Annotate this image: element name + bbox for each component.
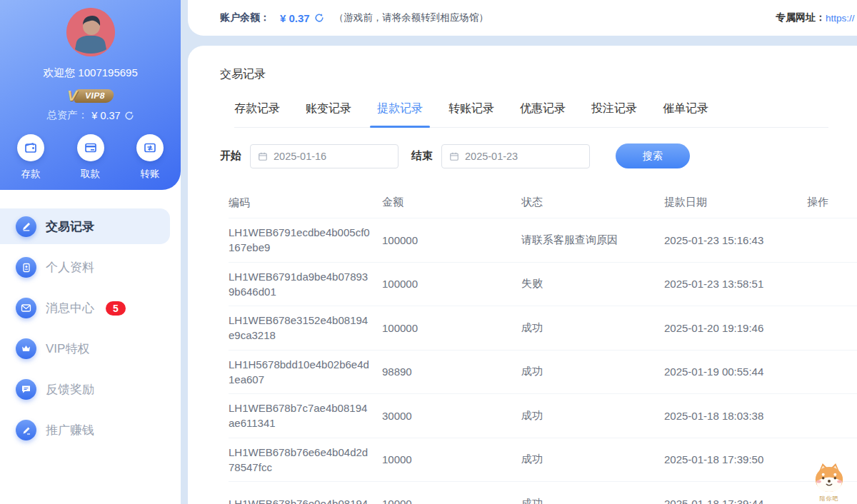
deposit-button[interactable]: 存款 bbox=[17, 134, 44, 181]
sidebar-item-label: 个人资料 bbox=[46, 259, 94, 276]
calendar-icon bbox=[258, 151, 268, 161]
row-date: 2025-01-20 19:19:46 bbox=[664, 322, 807, 334]
row-status: 失败 bbox=[521, 277, 664, 291]
vip-logo-icon: V bbox=[67, 87, 77, 104]
promote-icon bbox=[16, 420, 36, 440]
row-amount: 100000 bbox=[382, 234, 521, 246]
end-date-input[interactable]: 2025-01-23 bbox=[441, 144, 590, 168]
table-row: LH1WEB6791ecdbe4b005cf0167ebe9 100000 请联… bbox=[229, 218, 857, 263]
row-date: 2025-01-18 18:03:38 bbox=[664, 410, 807, 422]
mascot-widget[interactable]: 陪你吧 bbox=[807, 462, 851, 503]
col-header-date: 提款日期 bbox=[664, 196, 807, 209]
transfer-button[interactable]: 转账 bbox=[136, 134, 164, 181]
row-amount: 10000 bbox=[382, 498, 521, 504]
feedback-icon bbox=[16, 379, 36, 400]
message-icon bbox=[16, 298, 36, 318]
tab-reminder-records[interactable]: 催单记录 bbox=[663, 101, 708, 127]
table-row: LH1WEB678e3152e4b08194e9ca3218 100000 成功… bbox=[229, 306, 857, 351]
vip-badge: V VIP8 bbox=[0, 87, 181, 104]
start-date-value: 2025-01-16 bbox=[274, 151, 326, 162]
start-date-input[interactable]: 2025-01-16 bbox=[250, 144, 399, 168]
withdraw-button[interactable]: 取款 bbox=[77, 134, 104, 181]
tab-transfer-records[interactable]: 转账记录 bbox=[448, 101, 494, 127]
table-row: LH1WEB678b76e6e4b04d2d78547fcc 10000 成功 … bbox=[229, 438, 857, 483]
row-code: LH1H5678bdd10e4b02b6e4d1ea607 bbox=[229, 357, 382, 387]
mascot-text: 陪你吧 bbox=[807, 495, 851, 503]
balance-hint: （游戏前，请将余额转到相应场馆） bbox=[334, 11, 488, 24]
balance-label: 账户余额： bbox=[220, 11, 270, 24]
crown-icon bbox=[16, 338, 36, 359]
row-date: 2025-01-18 17:39:50 bbox=[664, 453, 807, 465]
tab-deposit-records[interactable]: 存款记录 bbox=[234, 101, 280, 127]
sidebar-item-messages[interactable]: 消息中心 5 bbox=[0, 288, 181, 328]
withdrawal-table: 编码 金额 状态 提款日期 操作 LH1WEB6791ecdbe4b005cf0… bbox=[220, 187, 857, 504]
row-amount: 30000 bbox=[382, 410, 521, 422]
row-status: 成功 bbox=[521, 497, 664, 504]
col-header-amount: 金额 bbox=[382, 196, 521, 209]
edit-record-icon bbox=[16, 216, 36, 237]
sidebar-item-feedback[interactable]: 反馈奖励 bbox=[0, 369, 181, 410]
url-link[interactable]: https:// bbox=[826, 13, 855, 24]
withdraw-card-icon bbox=[77, 134, 104, 161]
shiba-dog-icon bbox=[811, 462, 847, 493]
row-status: 成功 bbox=[521, 453, 664, 466]
table-row: LH1WEB678b7c7ae4b08194ae611341 30000 成功 … bbox=[229, 394, 857, 438]
row-status: 成功 bbox=[521, 409, 664, 423]
assets-label: 总资产： bbox=[46, 109, 88, 122]
sidebar-item-promote[interactable]: 推广赚钱 bbox=[0, 410, 181, 450]
table-header: 编码 金额 状态 提款日期 操作 bbox=[229, 187, 857, 218]
total-assets: 总资产： ¥ 0.37 bbox=[0, 109, 181, 122]
transfer-label: 转账 bbox=[136, 168, 164, 181]
deposit-label: 存款 bbox=[17, 168, 44, 181]
search-button[interactable]: 搜索 bbox=[616, 143, 690, 168]
row-code: LH1WEB6791da9be4b078939b646d01 bbox=[229, 269, 382, 299]
start-date-label: 开始 bbox=[220, 149, 241, 163]
vip-level-label: VIP8 bbox=[74, 89, 114, 103]
row-date: 2025-01-19 00:55:44 bbox=[664, 366, 807, 378]
row-code: LH1WEB678b76e6e4b04d2d78547fcc bbox=[229, 445, 382, 475]
avatar-photo-placeholder bbox=[66, 8, 115, 56]
sidebar-item-vip[interactable]: VIP特权 bbox=[0, 328, 181, 369]
deposit-wallet-icon bbox=[17, 134, 44, 161]
table-row: LH1WEB678b76e0e4b08194 10000 成功 2025-01-… bbox=[229, 482, 857, 504]
exclusive-url: 专属网址： https:// bbox=[776, 11, 857, 24]
table-row: LH1WEB6791da9be4b078939b646d01 100000 失败… bbox=[229, 263, 857, 307]
avatar[interactable] bbox=[66, 8, 115, 56]
row-code: LH1WEB6791ecdbe4b005cf0167ebe9 bbox=[229, 225, 382, 255]
topbar: 账户余额： ¥ 0.37 （游戏前，请将余额转到相应场馆） 专属网址： http… bbox=[188, 0, 857, 36]
row-code: LH1WEB678e3152e4b08194e9ca3218 bbox=[229, 313, 382, 343]
sidebar-item-profile[interactable]: 个人资料 bbox=[0, 247, 181, 288]
page-title: 交易记录 bbox=[220, 67, 857, 82]
sidebar-item-label: 交易记录 bbox=[46, 218, 94, 235]
sidebar-item-label: 消息中心 bbox=[46, 300, 94, 316]
col-header-status: 状态 bbox=[521, 196, 664, 209]
row-status: 成功 bbox=[521, 321, 664, 335]
row-status: 请联系客服查询原因 bbox=[521, 233, 664, 247]
refresh-balance-icon[interactable] bbox=[314, 13, 324, 23]
tab-withdrawal-records[interactable]: 提款记录 bbox=[377, 101, 423, 127]
calendar-icon bbox=[449, 151, 459, 161]
col-header-action: 操作 bbox=[807, 196, 857, 209]
main-panel: 交易记录 存款记录 账变记录 提款记录 转账记录 优惠记录 投注记录 催单记录 … bbox=[188, 46, 857, 504]
tab-promo-records[interactable]: 优惠记录 bbox=[520, 101, 566, 127]
sidebar-item-transactions[interactable]: 交易记录 bbox=[0, 208, 170, 244]
withdraw-label: 取款 bbox=[77, 168, 104, 181]
balance-value: ¥ 0.37 bbox=[280, 12, 310, 24]
quick-actions: 存款 取款 转账 bbox=[0, 134, 181, 181]
tab-account-change-records[interactable]: 账变记录 bbox=[306, 101, 351, 127]
row-code: LH1WEB678b7c7ae4b08194ae611341 bbox=[229, 400, 382, 430]
date-filter: 开始 2025-01-16 结束 2025-01-23 搜索 bbox=[220, 143, 857, 168]
sidebar: 欢迎您 1007195695 V VIP8 总资产： ¥ 0.37 存款 bbox=[0, 0, 181, 504]
url-label: 专属网址： bbox=[776, 11, 826, 24]
assets-value: ¥ 0.37 bbox=[91, 110, 120, 121]
refresh-icon[interactable] bbox=[124, 111, 134, 121]
tab-bet-records[interactable]: 投注记录 bbox=[591, 101, 637, 127]
unread-count-badge: 5 bbox=[106, 301, 126, 316]
table-row: LH1H5678bdd10e4b02b6e4d1ea607 98890 成功 2… bbox=[229, 351, 857, 395]
row-amount: 100000 bbox=[382, 322, 521, 334]
row-date: 2025-01-18 17:39:44 bbox=[664, 498, 807, 504]
end-date-label: 结束 bbox=[411, 149, 433, 163]
record-tabs: 存款记录 账变记录 提款记录 转账记录 优惠记录 投注记录 催单记录 bbox=[234, 101, 828, 128]
profile-icon bbox=[16, 257, 36, 278]
welcome-text: 欢迎您 1007195695 bbox=[0, 66, 181, 80]
